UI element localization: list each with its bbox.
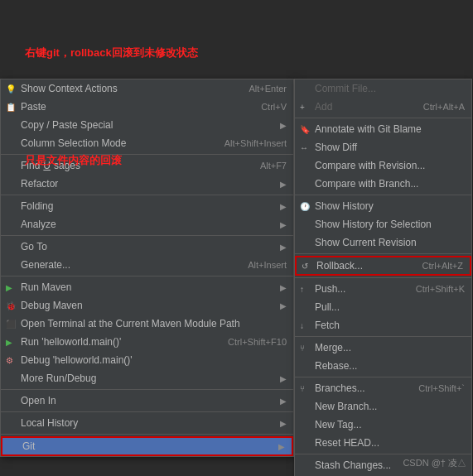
menu-item-refactor[interactable]: Refactor ▶ [1, 175, 293, 193]
run-maven-arrow: ▶ [280, 283, 287, 292]
analyze-arrow: ▶ [280, 220, 287, 229]
debug-maven-label: Debug Maven [21, 300, 83, 311]
bulb-icon: 💡 [6, 84, 16, 94]
right-sep-4 [295, 277, 471, 278]
menu-item-open-terminal[interactable]: ⬛ Open Terminal at the Current Maven Mod… [1, 315, 293, 333]
rebase-label: Rebase... [315, 360, 357, 372]
fetch-label: Fetch [315, 320, 340, 331]
menu-item-pull[interactable]: Pull... [295, 298, 471, 316]
menu-item-branches[interactable]: ⑂ Branches... Ctrl+Shift+` [295, 379, 471, 397]
diff-icon: ↔ [300, 143, 308, 152]
menu-item-run-maven[interactable]: ▶ Run Maven ▶ [1, 278, 293, 296]
right-sep-1 [295, 118, 471, 118]
show-history-label: Show History [315, 200, 374, 212]
pull-label: Pull... [315, 301, 340, 313]
more-run-label: More Run/Debug [21, 373, 96, 384]
show-diff-label: Show Diff [315, 142, 357, 153]
annotation-rollback: 右键git，rollback回滚到未修改状态 [25, 46, 198, 60]
menu-item-rebase[interactable]: Rebase... [295, 357, 471, 375]
branches-icon: ⑂ [300, 384, 305, 393]
menu-item-new-branch[interactable]: New Branch... [295, 397, 471, 416]
menu-item-generate[interactable]: Generate... Alt+Insert [1, 256, 293, 274]
run-maven-icon: ▶ [6, 283, 12, 292]
menu-item-debug-hello[interactable]: ⚙ Debug 'helloworld.main()' [1, 351, 293, 369]
menu-item-reset-head[interactable]: Reset HEAD... [295, 434, 471, 452]
menu-item-run-hello[interactable]: ▶ Run 'helloworld.main()' Ctrl+Shift+F10 [1, 333, 293, 351]
menu-item-annotate[interactable]: 🔖 Annotate with Git Blame [295, 120, 471, 138]
menu-item-paste[interactable]: 📋 Paste Ctrl+V [1, 98, 293, 116]
open-terminal-label: Open Terminal at the Current Maven Modul… [21, 318, 240, 329]
rollback-shortcut: Ctrl+Alt+Z [422, 261, 463, 271]
menu-item-compare-revision[interactable]: Compare with Revision... [295, 156, 471, 175]
folding-arrow: ▶ [280, 202, 287, 211]
separator-3 [1, 235, 293, 236]
compare-branch-label: Compare with Branch... [315, 178, 418, 190]
annotate-label: Annotate with Git Blame [315, 123, 422, 135]
menu-item-copy-paste-special[interactable]: Copy / Paste Special ▶ [1, 116, 293, 134]
add-shortcut: Ctrl+Alt+A [423, 102, 465, 112]
menu-item-debug-maven[interactable]: 🐞 Debug Maven ▶ [1, 296, 293, 315]
menu-item-open-in[interactable]: Open In ▶ [1, 392, 293, 410]
menu-item-compare-branch[interactable]: Compare with Branch... [295, 175, 471, 193]
debug-maven-icon: 🐞 [6, 301, 16, 310]
new-branch-label: New Branch... [315, 401, 377, 412]
menu-item-show-current-rev[interactable]: Show Current Revision [295, 233, 471, 252]
menu-item-git[interactable]: Git ▶ [1, 436, 293, 456]
separator-2 [1, 195, 293, 195]
menu-item-local-history[interactable]: Local History ▶ [1, 414, 293, 432]
new-tag-label: New Tag... [315, 419, 361, 430]
push-label: Push... [315, 283, 345, 295]
push-shortcut: Ctrl+Shift+K [416, 284, 465, 294]
right-sep-5 [295, 336, 471, 337]
goto-label: Go To [21, 241, 47, 252]
column-selection-label: Column Selection Mode [21, 137, 126, 149]
add-icon: + [300, 103, 305, 112]
generate-shortcut: Alt+Insert [248, 260, 287, 270]
menu-item-merge[interactable]: ⑂ Merge... [295, 339, 471, 357]
column-selection-shortcut: Alt+Shift+Insert [224, 138, 287, 148]
menu-item-show-history-sel[interactable]: Show History for Selection [295, 215, 471, 233]
menu-item-push[interactable]: ↑ Push... Ctrl+Shift+K [295, 280, 471, 298]
context-menu-left: 💡 Show Context Actions Alt+Enter 📋 Paste… [0, 79, 294, 457]
menu-item-rollback[interactable]: ↺ Rollback... Ctrl+Alt+Z [295, 256, 471, 276]
menu-item-fetch[interactable]: ↓ Fetch [295, 316, 471, 334]
menu-item-commit-file[interactable]: Commit File... [295, 79, 471, 98]
right-sep-6 [295, 377, 471, 377]
run-hello-label: Run 'helloworld.main()' [21, 336, 121, 348]
analyze-label: Analyze [21, 219, 56, 230]
copy-paste-special-label: Copy / Paste Special [21, 119, 113, 131]
commit-file-label: Commit File... [315, 83, 376, 94]
show-current-rev-label: Show Current Revision [315, 237, 417, 248]
add-label: Add [315, 101, 332, 113]
menu-item-add[interactable]: + Add Ctrl+Alt+A [295, 98, 471, 116]
show-context-shortcut: Alt+Enter [249, 84, 287, 94]
show-context-label: Show Context Actions [21, 83, 118, 94]
folding-label: Folding [21, 200, 53, 212]
run-maven-label: Run Maven [21, 281, 71, 293]
debug-maven-arrow: ▶ [280, 301, 287, 310]
local-history-arrow: ▶ [280, 419, 287, 428]
branches-label: Branches... [315, 382, 365, 394]
menu-item-show-diff[interactable]: ↔ Show Diff [295, 138, 471, 156]
menu-item-analyze[interactable]: Analyze ▶ [1, 215, 293, 233]
compare-revision-label: Compare with Revision... [315, 160, 425, 171]
annotation-file-content: 只是文件内容的回滚 [25, 153, 122, 168]
separator-5 [1, 389, 293, 390]
annotate-icon: 🔖 [300, 125, 310, 134]
menu-item-show-context[interactable]: 💡 Show Context Actions Alt+Enter [1, 79, 293, 98]
context-menu-right: Commit File... + Add Ctrl+Alt+A 🔖 Annota… [294, 79, 472, 476]
local-history-label: Local History [21, 417, 78, 429]
git-label: Git [22, 440, 35, 452]
csdn-watermark: CSDN @† 凌△ [403, 457, 466, 469]
menu-item-show-history[interactable]: 🕐 Show History [295, 197, 471, 215]
fetch-icon: ↓ [300, 321, 304, 330]
menu-item-goto[interactable]: Go To ▶ [1, 238, 293, 256]
generate-label: Generate... [21, 259, 70, 271]
menu-item-folding[interactable]: Folding ▶ [1, 197, 293, 215]
right-sep-2 [295, 195, 471, 195]
paste-label: Paste [21, 101, 46, 113]
find-usages-shortcut: Alt+F7 [260, 161, 287, 171]
menu-item-column-selection[interactable]: Column Selection Mode Alt+Shift+Insert [1, 134, 293, 152]
menu-item-more-run[interactable]: More Run/Debug ▶ [1, 369, 293, 387]
menu-item-new-tag[interactable]: New Tag... [295, 416, 471, 434]
